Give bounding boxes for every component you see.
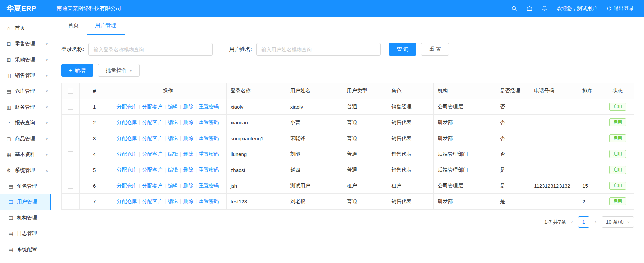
column-header-1: # xyxy=(79,83,109,99)
sidebar-item-label: 仓库管理 xyxy=(15,88,35,95)
operation-assign-customer-link[interactable]: 分配客户 xyxy=(142,104,162,109)
row-checkbox-cell xyxy=(62,178,80,194)
operation-reset-password-link[interactable]: 重置密码 xyxy=(199,198,219,204)
operation-assign-warehouse-link[interactable]: 分配仓库 xyxy=(117,104,137,109)
sidebar-item-role[interactable]: ▤角色管理 xyxy=(0,178,51,194)
operation-assign-warehouse-link[interactable]: 分配仓库 xyxy=(117,183,137,188)
sidebar-item-org[interactable]: ▤机构管理 xyxy=(0,210,51,226)
select-all-checkbox[interactable] xyxy=(68,88,73,94)
operation-assign-warehouse-link[interactable]: 分配仓库 xyxy=(117,119,137,125)
operation-assign-customer-link[interactable]: 分配客户 xyxy=(142,135,162,141)
row-operations: 分配仓库|分配客户|编辑|删除|重置密码 xyxy=(109,194,226,210)
cell-organization: 后端管理部门 xyxy=(434,146,496,162)
reset-button[interactable]: 重 置 xyxy=(421,43,449,56)
bell-icon[interactable] xyxy=(542,6,547,11)
operation-edit-link[interactable]: 编辑 xyxy=(168,135,178,141)
cell-status: 启用 xyxy=(602,162,634,178)
operation-reset-password-link[interactable]: 重置密码 xyxy=(199,183,219,188)
operation-delete-link[interactable]: 删除 xyxy=(183,183,193,188)
row-checkbox[interactable] xyxy=(68,120,73,125)
cell-status: 启用 xyxy=(602,178,634,194)
row-checkbox[interactable] xyxy=(68,199,73,204)
tab-home[interactable]: 首页 xyxy=(60,17,87,35)
table-row: 2分配仓库|分配客户|编辑|删除|重置密码xiaocao小曹普通销售代表研发部否… xyxy=(62,115,634,130)
chevron-down-icon: ∨ xyxy=(627,220,630,224)
row-checkbox[interactable] xyxy=(68,167,73,173)
login-name-input[interactable] xyxy=(88,43,213,56)
sidebar-item-basic[interactable]: ▦基本资料∨ xyxy=(0,147,51,162)
sidebar-item-warehouse[interactable]: ▤仓库管理∨ xyxy=(0,83,51,99)
operation-edit-link[interactable]: 编辑 xyxy=(168,151,178,157)
batch-operations-button[interactable]: 批量操作 ∨ xyxy=(98,64,140,77)
cell-sort xyxy=(578,162,602,178)
logout-label: 退出登录 xyxy=(614,5,634,12)
sidebar-item-label: 用户管理 xyxy=(17,199,37,205)
operation-assign-warehouse-link[interactable]: 分配仓库 xyxy=(117,167,137,173)
operation-assign-warehouse-link[interactable]: 分配仓库 xyxy=(117,198,137,204)
plus-icon: + xyxy=(69,68,72,73)
add-button[interactable]: + 新增 xyxy=(61,64,93,77)
operation-separator: | xyxy=(180,167,181,173)
cell-login-name: liuneng xyxy=(226,146,286,162)
operation-delete-link[interactable]: 删除 xyxy=(183,119,193,125)
operation-separator: | xyxy=(195,119,197,125)
table-toolbar: + 新增 批量操作 ∨ xyxy=(61,64,634,77)
row-checkbox[interactable] xyxy=(68,151,73,157)
operation-reset-password-link[interactable]: 重置密码 xyxy=(199,104,219,109)
sidebar-item-log[interactable]: ▤日志管理 xyxy=(0,226,51,241)
operation-delete-link[interactable]: 删除 xyxy=(183,151,193,157)
cell-login-name: xiaocao xyxy=(226,115,286,130)
next-page-button[interactable]: › xyxy=(594,219,598,225)
sidebar-item-user[interactable]: ▤用户管理 xyxy=(0,194,51,210)
row-checkbox-cell xyxy=(62,162,80,178)
sidebar-item-purchase[interactable]: ⊞采购管理∨ xyxy=(0,52,51,68)
operation-assign-customer-link[interactable]: 分配客户 xyxy=(142,119,162,125)
row-checkbox[interactable] xyxy=(68,136,73,141)
row-checkbox[interactable] xyxy=(68,183,73,189)
user-name-input[interactable] xyxy=(256,43,381,56)
sidebar-item-sales[interactable]: ◫销售管理∨ xyxy=(0,68,51,83)
operation-delete-link[interactable]: 删除 xyxy=(183,135,193,141)
page-number-1[interactable]: 1 xyxy=(578,216,589,228)
sidebar-item-config[interactable]: ▤系统配置 xyxy=(0,241,51,257)
operation-assign-warehouse-link[interactable]: 分配仓库 xyxy=(117,135,137,141)
operation-assign-customer-link[interactable]: 分配客户 xyxy=(142,167,162,173)
logout-button[interactable]: 退出登录 xyxy=(607,5,634,12)
operation-reset-password-link[interactable]: 重置密码 xyxy=(199,167,219,173)
bank-icon[interactable] xyxy=(527,6,532,11)
operation-delete-link[interactable]: 删除 xyxy=(183,104,193,109)
user-name-label: 用户姓名: xyxy=(229,46,252,53)
operation-reset-password-link[interactable]: 重置密码 xyxy=(199,119,219,125)
operation-edit-link[interactable]: 编辑 xyxy=(168,119,178,125)
operation-separator: | xyxy=(180,198,181,204)
operation-assign-warehouse-link[interactable]: 分配仓库 xyxy=(117,151,137,157)
sidebar-item-label: 采购管理 xyxy=(15,57,35,63)
sidebar-item-finance[interactable]: ▥财务管理∨ xyxy=(0,99,51,115)
operation-reset-password-link[interactable]: 重置密码 xyxy=(199,135,219,141)
sidebar-item-goods[interactable]: ▢商品管理∨ xyxy=(0,131,51,147)
search-icon[interactable] xyxy=(511,6,517,11)
operation-edit-link[interactable]: 编辑 xyxy=(168,198,178,204)
operation-edit-link[interactable]: 编辑 xyxy=(168,183,178,188)
operation-edit-link[interactable]: 编辑 xyxy=(168,104,178,109)
goods-icon: ▢ xyxy=(6,136,12,142)
sidebar-item-home[interactable]: ⌂首页 xyxy=(0,20,51,36)
page-size-select[interactable]: 10 条/页 ∨ xyxy=(602,216,634,228)
operation-assign-customer-link[interactable]: 分配客户 xyxy=(142,198,162,204)
prev-page-button[interactable]: ‹ xyxy=(570,219,574,225)
row-checkbox[interactable] xyxy=(68,104,73,110)
tab-user-manage[interactable]: 用户管理 xyxy=(87,17,125,35)
search-button[interactable]: 查 询 xyxy=(389,43,416,56)
operation-delete-link[interactable]: 删除 xyxy=(183,167,193,173)
operation-delete-link[interactable]: 删除 xyxy=(183,198,193,204)
operation-edit-link[interactable]: 编辑 xyxy=(168,167,178,173)
sidebar-item-system[interactable]: ⚙系统管理∧ xyxy=(0,162,51,178)
operation-assign-customer-link[interactable]: 分配客户 xyxy=(142,183,162,188)
operation-assign-customer-link[interactable]: 分配客户 xyxy=(142,151,162,157)
sidebar-item-report[interactable]: ◔报表查询∨ xyxy=(0,115,51,131)
operation-reset-password-link[interactable]: 重置密码 xyxy=(199,151,219,157)
status-badge: 启用 xyxy=(609,103,626,111)
sidebar-item-retail[interactable]: ⊟零售管理∨ xyxy=(0,36,51,52)
doc-icon: ▤ xyxy=(8,183,14,189)
header-checkbox-cell xyxy=(62,83,80,99)
